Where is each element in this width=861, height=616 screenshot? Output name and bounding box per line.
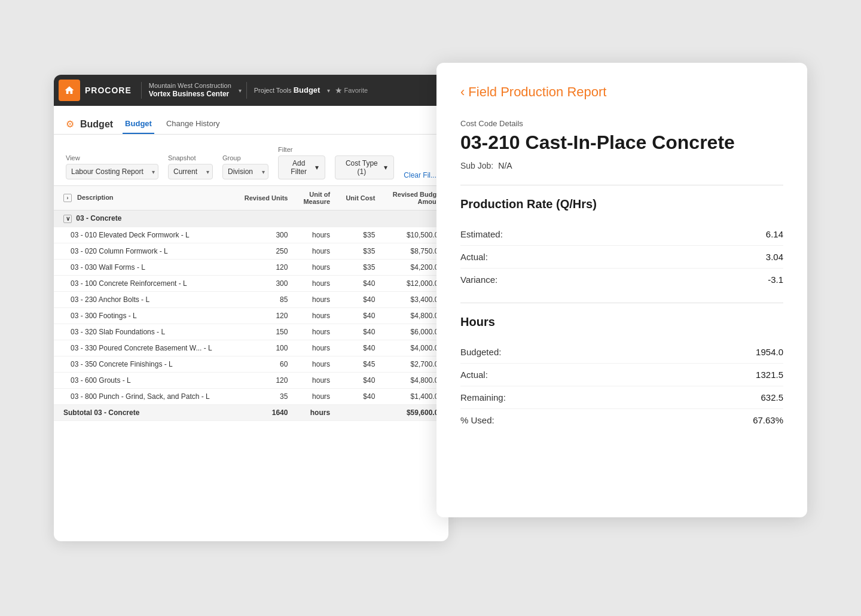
table-row[interactable]: 03 - 230 Anchor Bolts - L 85 hours $40 $… [54,292,448,308]
filters-row: View Labour Costing Report Snapshot Curr… [54,135,448,185]
detail-key: % Used: [460,415,494,425]
cell-unit-cost: $40 [336,340,381,356]
cell-unit-cost: $40 [336,389,381,405]
group-filter-label: Group [222,154,268,161]
detail-value: 1321.5 [756,370,783,380]
clear-filter-link[interactable]: Clear Fil... [404,171,436,179]
cell-uom: hours [294,260,336,276]
project-dropdown-button[interactable]: ▾ [325,87,332,94]
cell-unit-cost: $35 [336,227,381,243]
table-row[interactable]: 03 - 350 Concrete Finishings - L 60 hour… [54,356,448,373]
hours-rows: Budgeted: 1954.0 Actual: 1321.5 Remainin… [460,341,783,431]
table-row[interactable]: 03 - 600 Grouts - L 120 hours $40 $4,800… [54,373,448,389]
expand-all-icon[interactable]: › [63,194,72,202]
cell-unit-cost: $45 [336,356,381,373]
detail-value: 6.14 [766,229,783,239]
company-dropdown-button[interactable]: ▾ [236,87,244,94]
production-rate-rows: Estimated: 6.14 Actual: 3.04 Variance: -… [460,223,783,291]
cell-unit-cost: $40 [336,308,381,324]
scene: PROCORE Mountain West Construction Vorte… [42,39,819,577]
detail-key: Estimated: [460,229,503,239]
subtotal-row: Subtotal 03 - Concrete 1640 hours $59,60… [54,405,448,421]
view-select-wrapper: Labour Costing Report [66,164,158,179]
table-row[interactable]: 03 - 300 Footings - L 120 hours $40 $4,8… [54,308,448,324]
cell-description: 03 - 320 Slab Foundations - L [54,324,233,340]
table-row[interactable]: 03 - 320 Slab Foundations - L 150 hours … [54,324,448,340]
budget-table: › Description Revised Units Unit ofMeasu… [54,185,448,421]
collapse-icon[interactable]: ∨ [63,215,72,223]
subtotal-units: 1640 [233,405,294,421]
nav-separator [141,82,142,99]
tab-change-history[interactable]: Change History [164,114,222,134]
favorite-label: Favorite [344,87,368,94]
detail-key: Actual: [460,370,488,380]
table-row[interactable]: 03 - 020 Column Formwork - L 250 hours $… [54,243,448,260]
tab-budget[interactable]: Budget [123,114,154,134]
cell-uom: hours [294,243,336,260]
detail-row: Estimated: 6.14 [460,223,783,246]
cell-description: 03 - 800 Punch - Grind, Sack, and Patch … [54,389,233,405]
sub-job-row: Sub Job: N/A [460,161,783,170]
cost-type-button[interactable]: Cost Type (1) ▾ [335,155,394,179]
group-select-wrapper: Division [222,164,268,179]
detail-row: Actual: 3.04 [460,246,783,269]
sub-job-value: N/A [498,161,512,170]
view-select[interactable]: Labour Costing Report [66,164,158,179]
cell-uom: hours [294,356,336,373]
snapshot-select[interactable]: Current [168,164,213,179]
cell-units: 120 [233,373,294,389]
back-link[interactable]: ‹ Field Production Report [460,84,783,100]
nav-company: Mountain West Construction Vortex Busine… [144,81,236,99]
cell-unit-cost: $40 [336,373,381,389]
hours-title: Hours [460,315,783,329]
table-row[interactable]: 03 - 100 Concrete Reinforcement - L 300 … [54,276,448,292]
table-row[interactable]: 03 - 330 Poured Concrete Basement W... -… [54,340,448,356]
detail-row: Budgeted: 1954.0 [460,341,783,364]
gear-icon[interactable]: ⚙ [66,118,74,130]
table-row[interactable]: 03 - 800 Punch - Grind, Sack, and Patch … [54,389,448,405]
cell-units: 300 [233,276,294,292]
cell-units: 250 [233,243,294,260]
cell-uom: hours [294,308,336,324]
left-card: PROCORE Mountain West Construction Vorte… [54,75,448,541]
cell-units: 150 [233,324,294,340]
cell-uom: hours [294,276,336,292]
detail-key: Remaining: [460,392,506,402]
favorite-star-icon[interactable]: ★ [335,86,343,95]
col-description: › Description [54,186,233,211]
back-link-text: Field Production Report [468,84,606,100]
view-filter-label: View [66,154,158,161]
home-button[interactable] [59,80,80,101]
filter-group: Filter Add Filter ▾ [278,146,325,179]
cell-description: 03 - 230 Anchor Bolts - L [54,292,233,308]
cell-description: 03 - 010 Elevated Deck Formwork - L [54,227,233,243]
detail-row: % Used: 67.63% [460,409,783,431]
detail-value: 67.63% [753,415,783,425]
production-rate-title: Production Rate (Q/Hrs) [460,197,783,211]
cell-units: 300 [233,227,294,243]
cell-description: 03 - 600 Grouts - L [54,373,233,389]
col-unit-cost: Unit Cost [336,186,381,211]
cell-description: 03 - 100 Concrete Reinforcement - L [54,276,233,292]
table-row[interactable]: 03 - 030 Wall Forms - L 120 hours $35 $4… [54,260,448,276]
view-filter-group: View Labour Costing Report [66,154,158,179]
budget-title: Budget [80,119,113,130]
procore-logo: PROCORE [85,86,132,95]
detail-row: Variance: -3.1 [460,269,783,291]
table-section-header: ∨ 03 - Concrete [54,211,448,227]
cell-uom: hours [294,324,336,340]
subtotal-unit-cost [336,405,381,421]
add-filter-button[interactable]: Add Filter ▾ [278,155,325,179]
detail-value: 3.04 [766,252,783,262]
cell-description: 03 - 030 Wall Forms - L [54,260,233,276]
detail-key: Actual: [460,252,488,262]
snapshot-filter-label: Snapshot [168,154,213,161]
divider-2 [460,303,783,303]
group-select[interactable]: Division [222,164,268,179]
detail-key: Variance: [460,275,497,285]
table-row[interactable]: 03 - 010 Elevated Deck Formwork - L 300 … [54,227,448,243]
cell-units: 120 [233,308,294,324]
divider-1 [460,185,783,185]
nav-separator-2 [246,82,247,99]
snapshot-filter-group: Snapshot Current [168,154,213,179]
